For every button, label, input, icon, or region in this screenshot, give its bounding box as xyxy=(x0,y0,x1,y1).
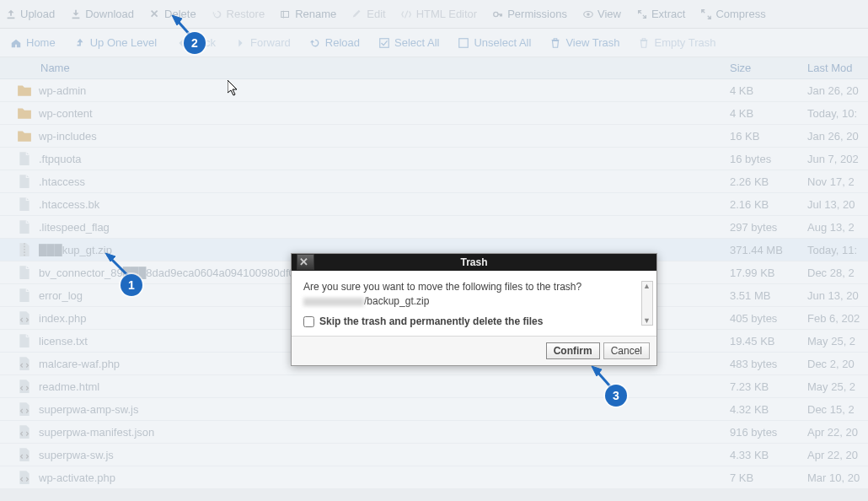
table-row[interactable]: superpwa-amp-sw.js 4.32 KB Dec 15, 2 xyxy=(0,398,868,421)
arrow-right-icon xyxy=(234,37,246,49)
file-date: Today, 11: xyxy=(807,244,868,256)
upload-button[interactable]: Upload xyxy=(5,8,55,20)
file-size: 16 bytes xyxy=(730,153,807,165)
annotation-bubble-2: 2 xyxy=(184,32,206,54)
file-icon xyxy=(17,174,32,189)
compress-icon xyxy=(700,8,712,20)
file-size: 17.99 KB xyxy=(730,267,807,279)
annotation-bubble-1: 1 xyxy=(121,274,142,296)
table-row[interactable]: superpwa-manifest.json 916 bytes Apr 22,… xyxy=(0,421,868,444)
html-icon xyxy=(401,8,413,20)
selectall-nav[interactable]: Select All xyxy=(378,36,439,49)
table-row[interactable]: readme.html 7.23 KB May 25, 2 xyxy=(0,375,868,398)
table-row[interactable]: superpwa-sw.js 4.33 KB Apr 22, 20 xyxy=(0,444,868,466)
cancel-button[interactable]: Cancel xyxy=(603,342,650,359)
file-date: Mar 10, 20 xyxy=(807,471,868,484)
nav-label: Unselect All xyxy=(474,36,531,49)
file-icon xyxy=(17,219,32,234)
reload-nav[interactable]: Reload xyxy=(309,36,360,49)
table-row[interactable]: .htaccess 2.26 KB Nov 17, 2 xyxy=(0,170,868,193)
svg-point-0 xyxy=(494,12,498,16)
svg-rect-3 xyxy=(380,38,389,47)
toolbar-label: Restore xyxy=(227,8,265,20)
home-nav[interactable]: Home xyxy=(10,36,56,49)
close-icon[interactable]: ✕ xyxy=(297,254,314,270)
home-icon xyxy=(10,37,22,49)
extract-button[interactable]: Extract xyxy=(636,8,685,20)
forward-nav[interactable]: Forward xyxy=(234,36,291,49)
extract-icon xyxy=(636,8,648,20)
table-header: Name Size Last Mod xyxy=(0,57,868,79)
table-row[interactable]: wp-content 4 KB Today, 10: xyxy=(0,102,868,125)
checksq-icon xyxy=(378,37,390,49)
file-name: superpwa-amp-sw.js xyxy=(39,403,730,416)
file-size: 16 KB xyxy=(730,130,807,143)
file-date: Dec 2, 20 xyxy=(807,358,868,370)
nav-label: Reload xyxy=(325,36,360,49)
nav-label: Up One Level xyxy=(90,36,158,49)
file-date: Dec 15, 2 xyxy=(807,403,868,416)
file-date: Apr 22, 20 xyxy=(807,426,868,439)
file-icon xyxy=(17,265,32,280)
file-size: 19.45 KB xyxy=(730,335,807,347)
file-size: 7 KB xyxy=(730,471,807,484)
table-row[interactable]: .ftpquota 16 bytes Jun 7, 202 xyxy=(0,148,868,170)
levelup-icon xyxy=(74,37,86,49)
view-button[interactable]: View xyxy=(582,8,621,20)
folder-icon xyxy=(17,105,32,121)
top-toolbar: UploadDownloadDeleteRestoreRenameEditHTM… xyxy=(0,0,868,29)
nav-label: Empty Trash xyxy=(654,36,715,49)
table-row[interactable]: .htaccess.bk 2.16 KB Jul 13, 20 xyxy=(0,193,868,216)
rename-button[interactable]: Rename xyxy=(280,8,336,20)
compress-button[interactable]: Compress xyxy=(700,8,765,20)
column-modified[interactable]: Last Mod xyxy=(807,62,868,74)
table-row[interactable]: .litespeed_flag 297 bytes Aug 13, 2 xyxy=(0,216,868,239)
column-size[interactable]: Size xyxy=(730,62,807,74)
modal-filepath: /backup_gt.zip xyxy=(303,295,630,307)
rename-icon xyxy=(280,8,292,20)
confirm-button[interactable]: Confirm xyxy=(546,342,600,359)
file-name: superpwa-sw.js xyxy=(39,449,730,461)
file-name: .htaccess.bk xyxy=(39,198,730,211)
upone-nav[interactable]: Up One Level xyxy=(74,36,158,49)
folder-icon xyxy=(17,83,32,98)
file-date: Jan 26, 20 xyxy=(807,130,868,143)
trash-modal: ✕ Trash Are you sure you want to move th… xyxy=(291,253,657,366)
emptytrash-nav[interactable]: Empty Trash xyxy=(638,36,715,49)
file-name: wp-includes xyxy=(39,130,730,143)
permissions-button[interactable]: Permissions xyxy=(492,8,567,20)
file-date: Aug 13, 2 xyxy=(807,221,868,234)
filepath-suffix: /backup_gt.zip xyxy=(364,295,429,307)
download-button[interactable]: Download xyxy=(70,8,134,20)
skip-trash-checkbox[interactable] xyxy=(303,316,314,327)
skip-trash-option[interactable]: Skip the trash and permanently delete th… xyxy=(303,315,630,327)
toolbar-label: HTML Editor xyxy=(416,8,477,20)
viewtrash-nav[interactable]: View Trash xyxy=(549,36,619,49)
upload-icon xyxy=(5,8,17,20)
restore-icon xyxy=(212,8,223,20)
eye-icon xyxy=(582,8,594,20)
modal-body: Are you sure you want to move the follow… xyxy=(292,271,656,336)
file-date: Nov 17, 2 xyxy=(807,175,868,188)
file-size: 2.26 KB xyxy=(730,175,807,188)
modal-scrollbar[interactable] xyxy=(641,281,653,326)
table-row[interactable]: wp-admin 4 KB Jan 26, 20 xyxy=(0,79,868,102)
unselectall-nav[interactable]: Unselect All xyxy=(458,36,531,49)
file-size: 7.23 KB xyxy=(730,380,807,393)
table-row[interactable]: wp-includes 16 KB Jan 26, 20 xyxy=(0,125,868,148)
table-row[interactable]: wp-activate.php 7 KB Mar 10, 20 xyxy=(0,466,868,489)
nav-toolbar: HomeUp One LevelBackForwardReloadSelect … xyxy=(0,29,868,57)
key-icon xyxy=(492,8,504,20)
toolbar-label: View xyxy=(597,8,621,20)
file-icon xyxy=(17,197,32,212)
folder-icon xyxy=(17,128,32,143)
toolbar-label: Rename xyxy=(295,8,336,20)
trash-icon xyxy=(638,37,650,49)
htmleditor-button: HTML Editor xyxy=(401,8,477,20)
file-date: Jun 13, 20 xyxy=(807,289,868,302)
column-name[interactable]: Name xyxy=(40,62,730,74)
toolbar-label: Edit xyxy=(367,8,385,20)
code-icon xyxy=(17,447,32,462)
svg-line-5 xyxy=(110,258,127,275)
svg-rect-4 xyxy=(459,38,469,47)
